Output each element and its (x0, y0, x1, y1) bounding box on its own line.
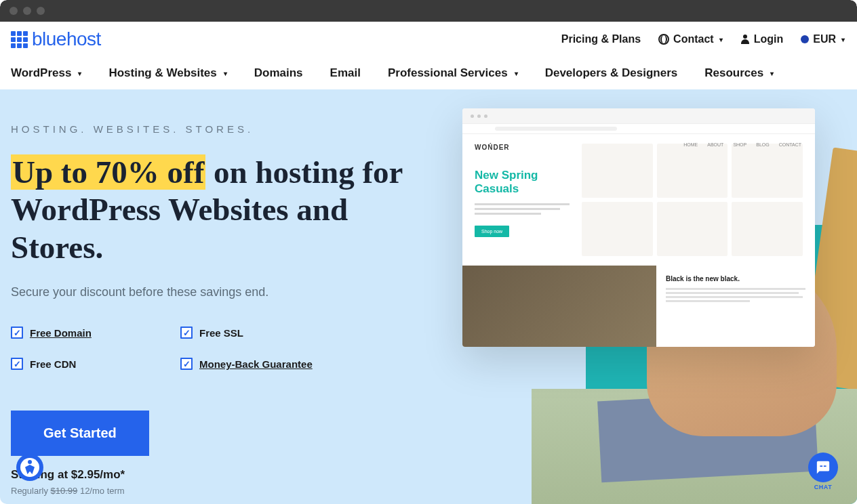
traffic-light-zoom[interactable] (37, 7, 45, 15)
login-label: Login (754, 33, 784, 45)
reg-suffix: 12/mo term (77, 486, 124, 496)
nav-services[interactable]: Professional Services ▾ (388, 66, 518, 80)
nav-email[interactable]: Email (330, 66, 361, 80)
nav-label: Resources (704, 66, 763, 80)
chevron-down-icon: ▾ (841, 36, 845, 43)
chevron-down-icon: ▾ (515, 70, 518, 77)
nav-label: Professional Services (388, 66, 508, 80)
mockup-card-title: Black is the new black. (666, 275, 805, 282)
website-mockup: WOŃDER New Spring Casuals Shop now HOMEA… (462, 108, 815, 347)
nav-wordpress[interactable]: WordPress ▾ (11, 66, 81, 80)
check-icon: ✓ (11, 327, 23, 339)
feature-label: Money-Back Guarantee (199, 358, 313, 370)
hero-headline: Up to 70% off on hosting for WordPress W… (11, 154, 445, 266)
feature-label: Free SSL (199, 327, 243, 339)
traffic-light-close[interactable] (9, 7, 18, 15)
logo-icon (11, 31, 28, 48)
nav-label: Domains (254, 66, 303, 80)
nav-resources[interactable]: Resources ▾ (704, 66, 774, 80)
main-nav: WordPress ▾ Hosting & Websites ▾ Domains… (0, 57, 857, 89)
currency-dot-icon (801, 35, 809, 43)
feature-free-domain[interactable]: ✓ Free Domain (11, 327, 180, 339)
logo-text: bluehost (32, 28, 101, 50)
feature-label: Free Domain (30, 327, 92, 339)
hero-highlight: Up to 70% off (11, 154, 205, 190)
nav-label: Developers & Designers (545, 66, 678, 80)
feature-label: Free CDN (30, 358, 76, 370)
mockup-headline: New Spring Casuals (475, 169, 570, 196)
reg-prefix: Regularly (11, 486, 51, 496)
get-started-button[interactable]: Get Started (11, 411, 149, 456)
mockup-text-card: Black is the new black. (656, 266, 815, 347)
mockup-button: Shop now (475, 226, 509, 237)
chevron-down-icon: ▾ (770, 70, 774, 77)
pricing-label: Pricing & Plans (561, 33, 641, 45)
globe-icon (658, 34, 669, 45)
mockup-text-lines (475, 203, 570, 215)
currency-label: EUR (813, 33, 836, 45)
price-value: $2.95/mo* (71, 468, 125, 481)
currency-selector[interactable]: EUR ▾ (801, 33, 845, 45)
pricing-link[interactable]: Pricing & Plans (561, 33, 641, 45)
chevron-down-icon: ▾ (78, 70, 81, 77)
nav-hosting[interactable]: Hosting & Websites ▾ (108, 66, 226, 80)
person-icon (740, 35, 750, 44)
header: bluehost Pricing & Plans Contact ▾ Login… (0, 22, 857, 57)
hero-image: WOŃDER New Spring Casuals Shop now HOMEA… (450, 89, 857, 504)
accessibility-icon (20, 458, 39, 477)
chat-label: CHAT (814, 484, 832, 490)
check-icon: ✓ (180, 327, 193, 339)
feature-free-cdn: ✓ Free CDN (11, 358, 180, 370)
chevron-down-icon: ▾ (719, 36, 723, 43)
browser-chrome (0, 0, 857, 22)
mockup-brand: WOŃDER (475, 144, 570, 151)
reg-strike: $10.99 (51, 486, 78, 496)
accessibility-button[interactable] (16, 454, 43, 481)
contact-link[interactable]: Contact ▾ (658, 33, 723, 45)
check-icon: ✓ (180, 358, 193, 370)
nav-label: Email (330, 66, 361, 80)
mockup-jewelry-image (462, 266, 656, 347)
feature-free-ssl: ✓ Free SSL (180, 327, 350, 339)
login-link[interactable]: Login (740, 33, 784, 45)
chat-widget[interactable]: CHAT (808, 453, 838, 490)
check-icon: ✓ (11, 358, 23, 370)
nav-label: WordPress (11, 66, 71, 80)
contact-label: Contact (673, 33, 714, 45)
nav-label: Hosting & Websites (108, 66, 216, 80)
chevron-down-icon: ▾ (224, 70, 227, 77)
chat-icon (808, 453, 838, 482)
mockup-browser-chrome (462, 108, 815, 123)
nav-developers[interactable]: Developers & Designers (545, 66, 678, 80)
mockup-products: HOMEABOUTSHOPBLOGCONTACT (582, 144, 803, 256)
nav-domains[interactable]: Domains (254, 66, 303, 80)
feature-money-back[interactable]: ✓ Money-Back Guarantee (180, 358, 350, 370)
hero: HOSTING. WEBSITES. STORES. Up to 70% off… (0, 89, 857, 504)
mockup-address-bar (462, 123, 815, 134)
traffic-light-minimize[interactable] (23, 7, 31, 15)
top-links: Pricing & Plans Contact ▾ Login EUR ▾ (561, 33, 845, 45)
logo[interactable]: bluehost (11, 28, 101, 50)
